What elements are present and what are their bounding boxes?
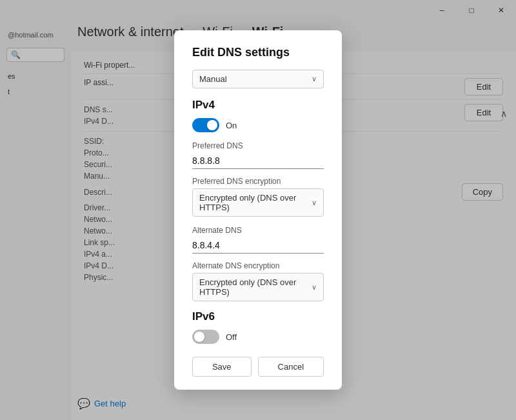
save-button[interactable]: Save [192, 357, 252, 377]
ipv4-toggle-label: On [226, 121, 237, 130]
cancel-button[interactable]: Cancel [258, 357, 324, 377]
toggle-knob-ipv6 [194, 332, 204, 342]
chevron-down-icon-2: ∨ [312, 199, 317, 207]
ipv4-toggle[interactable] [192, 118, 219, 132]
dns-mode-dropdown[interactable]: Manual ∨ [192, 70, 324, 88]
preferred-dns-input[interactable] [192, 153, 324, 169]
dialog-title: Edit DNS settings [192, 46, 324, 59]
alternate-enc-dropdown[interactable]: Encrypted only (DNS over HTTPS) ∨ [192, 273, 324, 301]
ipv6-toggle-label: Off [226, 332, 237, 342]
alternate-dns-input[interactable] [192, 237, 324, 254]
preferred-enc-label: Preferred DNS encryption [192, 177, 324, 186]
chevron-down-icon-3: ∨ [312, 283, 317, 292]
ipv6-toggle-row: Off [192, 330, 324, 344]
ipv6-heading: IPv6 [192, 310, 324, 323]
modal-overlay: Edit DNS settings Manual ∨ IPv4 On Prefe… [0, 0, 516, 420]
preferred-dns-label: Preferred DNS [192, 141, 324, 150]
ipv4-toggle-row: On [192, 118, 324, 132]
alternate-enc-label: Alternate DNS encryption [192, 261, 324, 270]
toggle-knob [207, 120, 217, 130]
dns-mode-value: Manual [199, 74, 227, 84]
ipv6-toggle[interactable] [192, 330, 219, 344]
ipv4-heading: IPv4 [192, 99, 324, 112]
preferred-enc-dropdown[interactable]: Encrypted only (DNS over HTTPS) ∨ [192, 188, 324, 217]
dialog-footer: Save Cancel [192, 357, 324, 377]
alternate-enc-value: Encrypted only (DNS over HTTPS) [199, 277, 312, 297]
preferred-enc-value: Encrypted only (DNS over HTTPS) [199, 193, 312, 212]
alternate-dns-label: Alternate DNS [192, 226, 324, 235]
edit-dns-dialog: Edit DNS settings Manual ∨ IPv4 On Prefe… [174, 30, 342, 390]
chevron-down-icon: ∨ [312, 75, 317, 83]
